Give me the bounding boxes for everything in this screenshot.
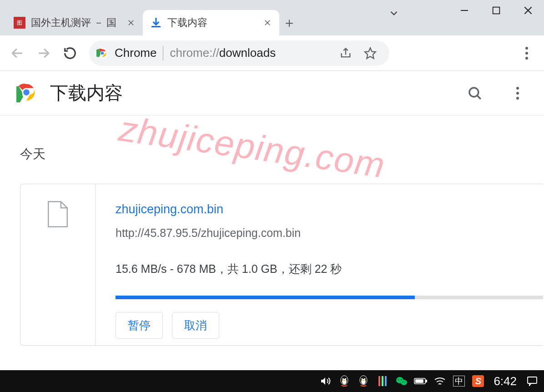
window-close-button[interactable]: [512, 0, 544, 21]
profile-chevron-button[interactable]: [385, 6, 403, 20]
nav-back-button[interactable]: [5, 41, 29, 65]
svg-point-17: [525, 57, 528, 60]
svg-point-37: [363, 380, 365, 381]
svg-point-43: [398, 379, 399, 380]
svg-point-16: [525, 52, 528, 55]
svg-point-29: [342, 379, 347, 384]
site-favicon: 图: [14, 17, 25, 29]
tray-app-icon[interactable]: [375, 374, 390, 388]
downloads-header: 下载内容: [0, 71, 544, 116]
window-minimize-button[interactable]: [448, 0, 480, 21]
svg-marker-14: [365, 48, 375, 58]
browser-menu-button[interactable]: [515, 41, 539, 65]
chrome-icon: [96, 47, 108, 59]
sogou-ime-icon[interactable]: S: [471, 374, 485, 388]
window-maximize-button[interactable]: [480, 0, 512, 21]
reload-button[interactable]: [58, 41, 82, 65]
url-path: downloads: [219, 46, 276, 60]
download-filename[interactable]: zhujiceping.com.bin: [116, 202, 543, 216]
svg-point-24: [516, 92, 519, 95]
battery-icon[interactable]: [413, 374, 428, 388]
svg-rect-50: [528, 377, 537, 383]
svg-marker-27: [321, 377, 325, 385]
svg-point-35: [362, 378, 363, 379]
new-tab-button[interactable]: ＋: [279, 10, 299, 35]
taskbar-clock[interactable]: 6:42: [494, 374, 517, 388]
svg-point-21: [469, 87, 479, 96]
downloads-content: 今天 zhujiceping.com.bin http://45.87.95.5…: [0, 116, 544, 370]
volume-icon[interactable]: [318, 374, 332, 388]
svg-point-25: [516, 97, 519, 100]
download-icon: [150, 17, 162, 29]
section-today-label: 今天: [20, 146, 544, 163]
svg-line-22: [477, 95, 481, 99]
tab-close-button[interactable]: [126, 17, 136, 28]
svg-point-15: [525, 47, 528, 50]
tab-inactive[interactable]: 图 国外主机测评 － 国: [6, 10, 143, 35]
browser-toolbar: Chrome chrome://downloads: [0, 35, 544, 71]
url-scheme: chrome://: [170, 46, 219, 60]
svg-point-30: [343, 378, 344, 379]
bookmark-star-icon[interactable]: [358, 41, 382, 65]
wifi-icon[interactable]: [433, 374, 447, 388]
search-icon[interactable]: [465, 83, 485, 103]
download-status: 15.6 MB/s - 678 MB，共 1.0 GB，还剩 22 秒: [116, 261, 543, 276]
page-title: 下载内容: [50, 80, 451, 106]
omnibox-label: Chrome: [115, 46, 156, 60]
svg-point-32: [343, 380, 346, 381]
tab-title: 国外主机测评 － 国: [31, 16, 120, 30]
cancel-button[interactable]: 取消: [172, 312, 219, 339]
svg-rect-1: [493, 7, 500, 14]
nav-forward-button[interactable]: [32, 41, 55, 65]
svg-rect-38: [378, 376, 380, 386]
download-progressbar: [116, 296, 543, 299]
svg-point-46: [405, 382, 406, 382]
svg-rect-49: [415, 379, 423, 383]
pause-button[interactable]: 暂停: [116, 312, 163, 339]
svg-point-23: [516, 87, 519, 90]
svg-rect-39: [382, 376, 383, 386]
download-card: zhujiceping.com.bin http://45.87.95.5/zh…: [20, 184, 543, 346]
share-icon[interactable]: [334, 41, 358, 65]
windows-taskbar: 中 S 6:42: [0, 370, 544, 392]
address-bar[interactable]: Chrome chrome://downloads: [89, 40, 389, 66]
browser-titlebar: 图 国外主机测评 － 国 下载内容 ＋: [0, 0, 544, 35]
svg-point-31: [345, 378, 347, 379]
ime-indicator[interactable]: 中: [452, 374, 466, 388]
page-menu-button[interactable]: [508, 83, 528, 103]
svg-point-36: [364, 378, 366, 379]
address-bar-text: Chrome chrome://downloads: [115, 46, 327, 60]
wechat-icon[interactable]: [394, 374, 409, 388]
svg-point-44: [401, 379, 402, 380]
action-center-icon[interactable]: [525, 374, 539, 388]
svg-point-34: [361, 379, 366, 384]
svg-marker-26: [48, 201, 67, 226]
tab-title: 下载内容: [167, 16, 257, 30]
download-file-icon-column: [20, 184, 96, 345]
file-icon: [47, 201, 69, 228]
tab-active-downloads[interactable]: 下载内容: [143, 10, 279, 35]
svg-point-45: [403, 382, 403, 382]
qq-icon[interactable]: [356, 374, 371, 388]
chrome-logo-icon: [16, 82, 36, 104]
download-url: http://45.87.95.5/zhujiceping.com.bin: [116, 226, 543, 240]
tab-close-button[interactable]: [262, 17, 273, 28]
svg-point-42: [401, 380, 407, 385]
qq-icon[interactable]: [337, 374, 352, 388]
svg-rect-48: [426, 380, 427, 382]
svg-rect-40: [385, 376, 387, 386]
